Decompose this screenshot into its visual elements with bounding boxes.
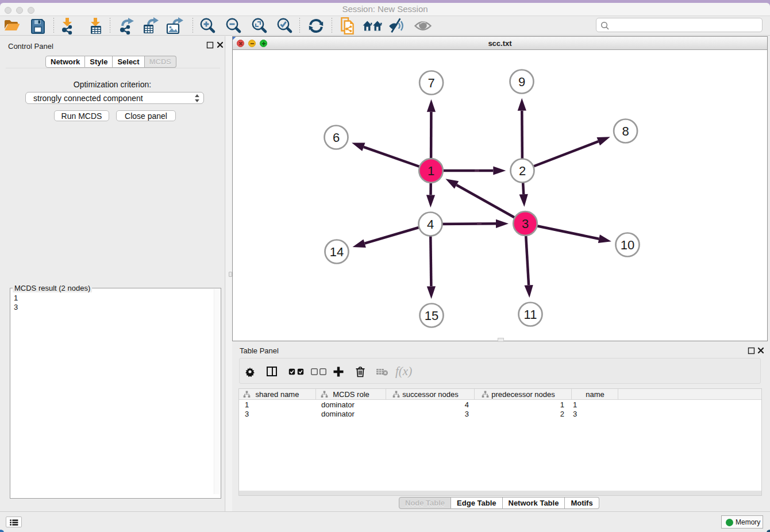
svg-text:11: 11 bbox=[524, 307, 537, 322]
svg-text:1: 1 bbox=[428, 164, 434, 178]
svg-text:10: 10 bbox=[621, 238, 634, 252]
svg-text:4: 4 bbox=[427, 217, 434, 232]
svg-text:3: 3 bbox=[522, 217, 529, 231]
svg-text:14: 14 bbox=[330, 245, 344, 259]
svg-text:6: 6 bbox=[333, 130, 340, 145]
svg-text:8: 8 bbox=[622, 124, 629, 138]
svg-text:2: 2 bbox=[519, 164, 526, 178]
svg-text:15: 15 bbox=[425, 309, 438, 323]
svg-text:9: 9 bbox=[518, 75, 525, 89]
svg-text:7: 7 bbox=[428, 76, 434, 90]
